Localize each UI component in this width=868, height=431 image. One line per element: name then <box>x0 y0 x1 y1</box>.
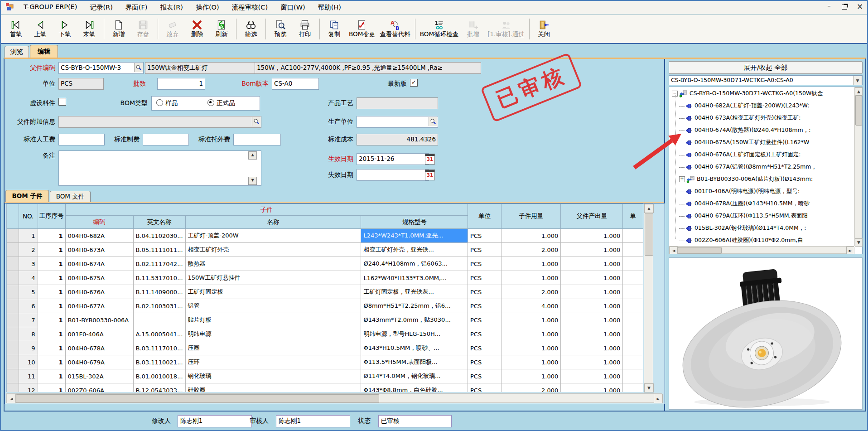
cell-extra[interactable] <box>623 341 643 355</box>
cell-process[interactable]: 1 <box>38 271 65 285</box>
cell-code[interactable]: 004H0-675A <box>65 271 133 285</box>
cell-extra[interactable] <box>623 285 643 299</box>
cell-indicator[interactable] <box>7 285 19 299</box>
cell-name[interactable]: 工矿灯-顶盖-200W <box>185 229 361 243</box>
toolbar-button-nav-next[interactable]: 下笔 <box>53 19 77 39</box>
tree-item-11[interactable]: 015BL-302A(钢化玻璃)(Ø114*T4.0MM，: <box>679 222 806 234</box>
cell-no[interactable]: 3 <box>19 257 38 271</box>
cell-extra[interactable] <box>623 257 643 271</box>
cell-unit[interactable]: PCS <box>468 243 501 257</box>
tree-hscroll-thumb[interactable] <box>678 247 722 254</box>
cell-code[interactable]: 015BL-302A <box>65 369 133 383</box>
toolbar-button-nav-first[interactable]: 首笔 <box>4 19 28 39</box>
cell-no[interactable]: 12 <box>19 383 38 392</box>
tree-item-2[interactable]: 004H0-673A(相变工矿灯外壳)(相变工矿: <box>679 112 800 124</box>
cell-unit[interactable]: PCS <box>468 313 501 327</box>
cell-name[interactable]: 明纬电源 <box>185 327 361 341</box>
cell-indicator[interactable] <box>7 369 19 383</box>
bom-type-option-sample[interactable]: 样品 <box>156 99 178 107</box>
cell-process[interactable]: 1 <box>38 299 65 313</box>
cell-indicator[interactable] <box>7 383 19 392</box>
toolbar-button-preview[interactable]: 预览 <box>268 19 293 39</box>
cell-process[interactable]: 1 <box>38 285 65 299</box>
cell-indicator[interactable] <box>7 243 19 257</box>
cell-en-name[interactable]: A.15.0005041... <box>133 327 185 341</box>
tree-item-4[interactable]: 004H0-675A(150W工矿灯悬挂件)(L162*W <box>679 136 809 149</box>
cell-spec[interactable]: L162*W40*H133*T3.0MM,... <box>361 271 468 285</box>
cell-parent-qty[interactable]: 1.000 <box>561 285 623 299</box>
grid-vscrollbar[interactable]: ▲ ▼ <box>644 203 653 392</box>
cell-spec[interactable]: Ø8mm*H51*T2.25mm，铝6... <box>361 299 468 313</box>
cell-no[interactable]: 10 <box>19 355 38 369</box>
cell-spec[interactable]: 工矿灯固定板，亚光铁灰... <box>361 285 468 299</box>
cell-name[interactable]: 压圈 <box>185 341 361 355</box>
cell-name[interactable]: 铝管 <box>185 299 361 313</box>
menu-item-6[interactable]: 窗口(W) <box>274 2 312 13</box>
cell-parent-qty[interactable]: 1.000 <box>561 243 623 257</box>
dropdown-arrow-icon[interactable]: ▼ <box>853 76 862 85</box>
close-window-button[interactable]: × <box>855 2 864 11</box>
expand-collapse-all-button[interactable]: 展开/收起 全部 <box>669 61 863 74</box>
cell-no[interactable]: 6 <box>19 299 38 313</box>
cell-parent-qty[interactable]: 1.000 <box>561 369 623 383</box>
tree-vscrollbar[interactable]: ▲ ▼ <box>854 87 862 246</box>
cell-code[interactable]: 004H0-673A <box>65 243 133 257</box>
prod-unit-input[interactable] <box>357 116 438 128</box>
cell-unit[interactable]: PCS <box>468 355 501 369</box>
grid-scroll-left-icon[interactable]: ◄ <box>7 394 16 403</box>
toolbar-button-close[interactable]: 关闭 <box>532 19 556 39</box>
cell-spec[interactable]: Ø114*T4.0MM，钢化玻璃... <box>361 369 468 383</box>
tree-item-9[interactable]: 004H0-678A(压圈)(Φ143*H10.5MM，喷砂 <box>679 198 810 210</box>
grid-scroll-down-icon[interactable]: ▼ <box>644 383 654 392</box>
cell-child-qty[interactable]: 1.000 <box>502 271 561 285</box>
header-child-group[interactable]: 子件 <box>65 204 468 216</box>
tree-scroll-down-icon[interactable]: ▼ <box>855 238 863 247</box>
header-en-name[interactable]: 英文名称 <box>133 216 185 229</box>
header-name[interactable]: 名称 <box>185 216 361 229</box>
menu-item-1[interactable]: 记录(R) <box>83 2 119 13</box>
cell-spec[interactable]: Ø143mm*T2.0mm，贴3030... <box>361 313 468 327</box>
cell-unit[interactable]: PCS <box>468 327 501 341</box>
expire-date-calendar-icon[interactable]: 31 <box>425 169 435 180</box>
bom-version-dropdown[interactable]: CS-BYB-O-150MW-30D71-WCTKG-A0:CS-A0 ▼ <box>669 75 863 85</box>
cell-parent-qty[interactable]: 1.000 <box>561 383 623 392</box>
cell-parent-qty[interactable]: 1.000 <box>561 299 623 313</box>
restore-button[interactable] <box>840 2 849 11</box>
cell-extra[interactable] <box>623 271 643 285</box>
cell-no[interactable]: 5 <box>19 285 38 299</box>
cell-code[interactable]: 001F0-406A <box>65 327 133 341</box>
std-make-input[interactable] <box>143 134 189 145</box>
cell-name[interactable]: 压环 <box>185 355 361 369</box>
menu-item-0[interactable]: T-GROUP ERP(E) <box>17 2 83 13</box>
cell-en-name[interactable]: B.03.1117010... <box>133 341 185 355</box>
cell-spec[interactable]: Ø240.4*H108mm，铝6063... <box>361 257 468 271</box>
cell-parent-qty[interactable]: 1.000 <box>561 257 623 271</box>
cell-code[interactable]: 004H0-679A <box>65 355 133 369</box>
cell-parent-qty[interactable]: 1.000 <box>561 341 623 355</box>
cell-name[interactable]: 硅胶圈 <box>185 383 361 392</box>
cell-extra[interactable] <box>623 355 643 369</box>
cell-no[interactable]: 4 <box>19 271 38 285</box>
expire-date-input[interactable] <box>357 169 429 181</box>
toolbar-button-new[interactable]: 新增 <box>106 19 131 39</box>
cell-parent-qty[interactable]: 1.000 <box>561 271 623 285</box>
cell-parent-qty[interactable]: 1.000 <box>561 229 623 243</box>
prod-unit-lookup-icon[interactable] <box>429 117 437 126</box>
cell-no[interactable]: 2 <box>19 243 38 257</box>
header-spec[interactable]: 规格型号 <box>361 216 468 229</box>
toolbar-button-filter[interactable]: 筛选 <box>239 19 263 39</box>
toolbar-button-bom-check[interactable]: 1BOM循环检查 <box>418 19 461 39</box>
cell-child-qty[interactable]: 4.000 <box>502 299 561 313</box>
cell-unit[interactable]: PCS <box>468 299 501 313</box>
toolbar-button-nav-last[interactable]: 末笔 <box>77 19 101 39</box>
tab-edit[interactable]: 编辑 <box>30 45 58 58</box>
tree-item-7[interactable]: +B01-BYB00330-006A(贴片灯板)(Ø143mm: <box>679 173 813 185</box>
cell-process[interactable]: 1 <box>38 229 65 243</box>
cell-extra[interactable] <box>623 369 643 383</box>
header-process[interactable]: 工序序号 <box>38 204 65 229</box>
cell-no[interactable]: 8 <box>19 327 38 341</box>
cell-spec[interactable]: L243*W243*T1.0MM.亚光... <box>361 229 468 243</box>
cell-indicator[interactable] <box>7 355 19 369</box>
tab-bom-file[interactable]: BOM 文件 <box>50 191 91 202</box>
cell-code[interactable]: 004H0-682A <box>65 229 133 243</box>
